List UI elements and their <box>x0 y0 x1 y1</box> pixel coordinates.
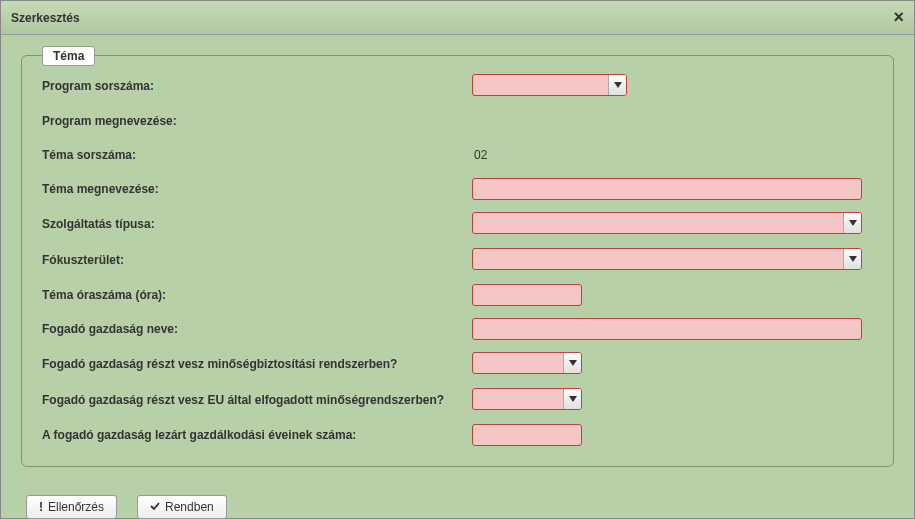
select-szolgaltatas-tipusa[interactable] <box>472 212 862 234</box>
chevron-down-icon[interactable] <box>563 389 581 409</box>
ellenorzes-button[interactable]: ! Ellenőrzés <box>26 495 117 519</box>
row-program-megnevezese: Program megnevezése: <box>42 110 873 132</box>
row-program-sorszama: Program sorszáma: <box>42 74 873 98</box>
row-fogado-gazdasag-neve: Fogadó gazdaság neve: <box>42 318 873 340</box>
label-program-sorszama: Program sorszáma: <box>42 79 472 93</box>
rendben-button[interactable]: Rendben <box>137 495 227 519</box>
tema-fieldset: Téma Program sorszáma: Program megnevezé… <box>21 55 894 467</box>
row-fogado-eu-minoseg: Fogadó gazdaság részt vesz EU által elfo… <box>42 388 873 412</box>
label-fogado-minosegbiztositasi: Fogadó gazdaság részt vesz minőségbiztos… <box>42 357 472 371</box>
button-bar: ! Ellenőrzés Rendben <box>21 495 894 519</box>
ellenorzes-label: Ellenőrzés <box>48 500 104 514</box>
select-fokuszterulet[interactable] <box>472 248 862 270</box>
select-program-sorszama[interactable] <box>472 74 627 96</box>
row-tema-sorszama: Téma sorszáma: 02 <box>42 144 873 166</box>
row-lezart-evek: A fogadó gazdaság lezárt gazdálkodási év… <box>42 424 873 446</box>
label-fogado-eu-minoseg: Fogadó gazdaság részt vesz EU által elfo… <box>42 393 472 407</box>
input-fogado-gazdasag-neve[interactable] <box>472 318 862 340</box>
chevron-down-icon[interactable] <box>563 353 581 373</box>
chevron-down-icon[interactable] <box>608 75 626 95</box>
row-fokuszterulet: Fókuszterület: <box>42 248 873 272</box>
label-fogado-gazdasag-neve: Fogadó gazdaság neve: <box>42 322 472 336</box>
row-tema-megnevezese: Téma megnevezése: <box>42 178 873 200</box>
select-value <box>473 389 563 409</box>
chevron-down-icon[interactable] <box>843 213 861 233</box>
label-lezart-evek: A fogadó gazdaság lezárt gazdálkodási év… <box>42 428 472 442</box>
select-fogado-minosegbiztositasi[interactable] <box>472 352 582 374</box>
fieldset-legend: Téma <box>42 46 95 66</box>
select-fogado-eu-minoseg[interactable] <box>472 388 582 410</box>
select-value <box>473 249 843 269</box>
value-tema-sorszama: 02 <box>472 148 487 162</box>
rendben-label: Rendben <box>165 500 214 514</box>
select-value <box>473 353 563 373</box>
chevron-down-icon[interactable] <box>843 249 861 269</box>
select-value <box>473 75 608 95</box>
check-icon <box>150 500 160 514</box>
label-fokuszterulet: Fókuszterület: <box>42 253 472 267</box>
select-value <box>473 213 843 233</box>
label-program-megnevezese: Program megnevezése: <box>42 114 472 128</box>
dialog-body: Téma Program sorszáma: Program megnevezé… <box>1 35 914 519</box>
label-szolgaltatas-tipusa: Szolgáltatás típusa: <box>42 217 472 231</box>
close-icon[interactable]: × <box>893 7 904 28</box>
edit-dialog: Szerkesztés × Téma Program sorszáma: Pro… <box>0 0 915 519</box>
row-tema-oraszama: Téma óraszáma (óra): <box>42 284 873 306</box>
input-tema-megnevezese[interactable] <box>472 178 862 200</box>
label-tema-sorszama: Téma sorszáma: <box>42 148 472 162</box>
label-tema-oraszama: Téma óraszáma (óra): <box>42 288 472 302</box>
dialog-title: Szerkesztés <box>11 11 80 25</box>
exclaim-icon: ! <box>39 500 43 514</box>
input-lezart-evek[interactable] <box>472 424 582 446</box>
dialog-header: Szerkesztés × <box>1 1 914 35</box>
label-tema-megnevezese: Téma megnevezése: <box>42 182 472 196</box>
row-fogado-minosegbiztositasi: Fogadó gazdaság részt vesz minőségbiztos… <box>42 352 873 376</box>
row-szolgaltatas-tipusa: Szolgáltatás típusa: <box>42 212 873 236</box>
input-tema-oraszama[interactable] <box>472 284 582 306</box>
